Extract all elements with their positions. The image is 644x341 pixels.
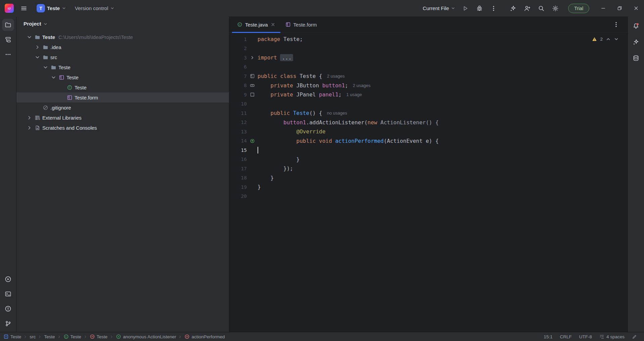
code-line-6[interactable]: 6 <box>229 62 628 72</box>
panel-comp-icon[interactable] <box>247 92 258 97</box>
caret-position-widget[interactable]: 15:1 <box>540 334 556 339</box>
tool-terminal-button[interactable] <box>2 288 14 300</box>
indent-widget[interactable]: 4 spaces <box>596 334 628 339</box>
restore-button[interactable] <box>612 0 628 16</box>
prev-problem-icon[interactable] <box>606 37 611 42</box>
breadcrumb-separator <box>84 335 87 339</box>
search-everywhere-button[interactable] <box>535 2 548 14</box>
code-line-9[interactable]: 9 private JPanel panel1;1 usage <box>229 90 628 99</box>
restore-icon <box>617 5 623 11</box>
tab-teste-java[interactable]: CTeste.java <box>232 16 280 33</box>
tool-project-button[interactable] <box>2 19 14 31</box>
tool-ai-button[interactable] <box>630 36 642 48</box>
tool-structure-button[interactable] <box>2 34 14 46</box>
code-line-19[interactable]: 19} <box>229 182 628 192</box>
code-line-20[interactable]: 20 <box>229 192 628 201</box>
override-icon[interactable] <box>247 138 258 143</box>
code-line-14[interactable]: 14 public void actionPerformed(ActionEve… <box>229 136 628 146</box>
line-ending-widget[interactable]: CRLF <box>556 334 575 339</box>
chevron-down-icon[interactable] <box>49 74 57 81</box>
encoding-widget[interactable]: UTF-8 <box>576 334 596 339</box>
tree-item-src[interactable]: src <box>16 52 229 62</box>
chevron-right-icon[interactable] <box>25 124 33 131</box>
settings-button[interactable] <box>549 2 562 14</box>
tree-item-teste[interactable]: TesteC:\Users\multi\IdeaProjects\Teste <box>16 32 229 42</box>
folder-icon <box>41 54 49 60</box>
code-line-16[interactable]: 16 } <box>229 155 628 164</box>
chevron-down-icon[interactable] <box>41 64 49 71</box>
project-panel-title-label: Project <box>24 21 41 27</box>
more-actions-button[interactable] <box>487 2 500 14</box>
fold-icon[interactable] <box>247 55 258 60</box>
code-text: import ... <box>258 54 293 61</box>
code-line-11[interactable]: 11 public Teste() {no usages <box>229 109 628 118</box>
code-line-13[interactable]: 13 @Override <box>229 127 628 136</box>
inspections-widget[interactable]: 2 <box>590 36 621 43</box>
tool-more-button[interactable] <box>2 48 14 60</box>
tree-item-label: Teste <box>66 75 79 80</box>
tab-options-button[interactable] <box>609 18 623 31</box>
readonly-toggle[interactable] <box>628 334 641 339</box>
tree-item-.gitignore[interactable]: .gitignore <box>16 102 229 113</box>
code-area[interactable]: 1package Teste;23import ...67public clas… <box>229 35 628 201</box>
button-comp-icon[interactable]: OK <box>247 83 258 88</box>
code-token: Teste; <box>280 36 303 42</box>
next-problem-icon[interactable] <box>614 37 619 42</box>
tree-item-external-libraries[interactable]: External Libraries <box>16 113 229 123</box>
code-line-2[interactable]: 2 <box>229 44 628 53</box>
code-with-me-button[interactable] <box>520 2 534 14</box>
code-line-7[interactable]: 7public class Teste {2 usages <box>229 72 628 81</box>
project-widget[interactable]: T Teste <box>34 2 69 14</box>
notifications-button[interactable] <box>630 20 642 32</box>
code-token: JButton <box>293 82 322 89</box>
tab-teste-form[interactable]: Teste.form <box>280 16 322 33</box>
code-line-1[interactable]: 1package Teste; <box>229 35 628 44</box>
editor-body[interactable]: 1package Teste;23import ...67public clas… <box>229 33 628 332</box>
breadcrumb-item[interactable]: mactionPerformed <box>184 334 225 339</box>
chevron-down-icon[interactable] <box>25 34 33 40</box>
breadcrumb-separator <box>24 335 27 339</box>
run-config-selector[interactable]: Current File <box>420 3 458 13</box>
code-token: Teste <box>293 110 309 116</box>
code-token: actionPerformed <box>335 138 384 144</box>
breadcrumb-label: Teste <box>44 334 55 339</box>
tool-problems-button[interactable] <box>2 303 14 315</box>
debug-button[interactable] <box>473 2 486 14</box>
chevron-down-icon[interactable] <box>33 54 41 60</box>
run-button[interactable] <box>459 2 472 14</box>
close-button[interactable] <box>628 0 644 16</box>
tool-run-button[interactable] <box>2 273 14 285</box>
code-line-3[interactable]: 3import ... <box>229 53 628 62</box>
tree-item-teste.form[interactable]: Teste.form <box>16 92 229 102</box>
vcs-widget[interactable]: Version control <box>72 3 117 13</box>
chevron-right-icon[interactable] <box>25 114 33 121</box>
tree-item-teste[interactable]: Teste <box>16 72 229 82</box>
tree-item-teste[interactable]: Teste <box>16 62 229 72</box>
code-line-17[interactable]: 17 }); <box>229 164 628 173</box>
close-tab-icon[interactable] <box>271 22 275 27</box>
minimize-button[interactable] <box>595 0 611 16</box>
tree-item-scratches-and-consoles[interactable]: Scratches and Consoles <box>16 123 229 133</box>
breadcrumb-item[interactable]: aanonymous ActionListener <box>116 334 176 339</box>
tree-item-label: Scratches and Consoles <box>42 125 97 131</box>
main-menu-button[interactable] <box>17 2 31 14</box>
code-line-18[interactable]: 18 } <box>229 173 628 183</box>
breadcrumb-item[interactable]: CTeste <box>63 334 81 339</box>
tool-vcs-button[interactable] <box>2 317 14 330</box>
code-line-10[interactable]: 10 <box>229 99 628 109</box>
chevron-right-icon[interactable] <box>33 44 41 50</box>
breadcrumb-item[interactable]: mTeste <box>90 334 107 339</box>
trial-badge[interactable]: Trial <box>568 4 589 13</box>
code-line-15[interactable]: 15 <box>229 145 628 155</box>
tree-item-.idea[interactable]: .idea <box>16 42 229 52</box>
tree-item-teste[interactable]: CTeste <box>16 82 229 92</box>
breadcrumb-item[interactable]: Teste <box>44 334 55 339</box>
code-line-8[interactable]: 8OK private JButton button1;2 usages <box>229 81 628 90</box>
project-panel-title[interactable]: Project <box>20 19 51 28</box>
breadcrumb-item[interactable]: Teste <box>3 334 21 339</box>
form-bound-icon[interactable] <box>247 74 258 79</box>
tool-database-button[interactable] <box>630 52 642 64</box>
ai-assistant-button[interactable] <box>506 2 520 14</box>
code-line-12[interactable]: 12 button1.addActionListener(new ActionL… <box>229 118 628 127</box>
breadcrumb-item[interactable]: src <box>30 334 36 339</box>
